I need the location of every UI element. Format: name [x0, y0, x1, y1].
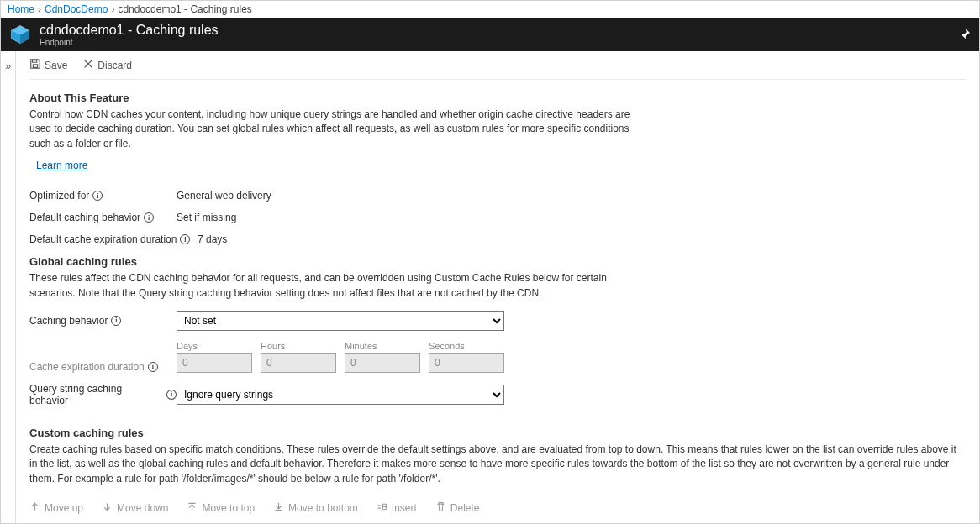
info-icon[interactable]: i — [144, 212, 154, 223]
delete-button[interactable]: Delete — [435, 501, 480, 515]
info-icon[interactable]: i — [92, 191, 103, 201]
custom-rules-description: Create caching rules based on specific m… — [29, 443, 966, 486]
discard-button[interactable]: Discard — [82, 58, 132, 72]
default-behavior-label: Default caching behaviori — [29, 212, 177, 223]
toolbar: Save Discard — [29, 51, 966, 80]
global-rules-description: These rules affect the CDN caching behav… — [29, 271, 635, 301]
save-icon — [29, 58, 41, 72]
default-expiry-value: 7 days — [198, 233, 227, 245]
query-caching-label: Query string caching behaviori — [29, 383, 177, 406]
page-subtitle: Endpoint — [40, 38, 219, 47]
minutes-label: Minutes — [345, 341, 420, 351]
days-label: Days — [177, 341, 252, 351]
move-to-top-button[interactable]: Move to top — [187, 501, 255, 515]
info-icon[interactable]: i — [166, 390, 177, 400]
about-heading: About This Feature — [29, 92, 966, 104]
arrow-down-icon — [102, 501, 113, 515]
save-label: Save — [45, 60, 67, 71]
chevron-right-icon: › — [111, 3, 114, 15]
rules-action-bar: Move up Move down Move to top Move to bo… — [29, 493, 966, 523]
info-icon[interactable]: i — [180, 234, 190, 244]
seconds-input — [429, 353, 504, 373]
breadcrumb-current: cdndocdemo1 - Caching rules — [118, 3, 251, 15]
expand-sidebar-button[interactable]: » — [1, 51, 16, 523]
info-icon[interactable]: i — [111, 316, 121, 326]
save-button[interactable]: Save — [29, 58, 67, 72]
breadcrumb-home[interactable]: Home — [8, 3, 34, 15]
about-description: Control how CDN caches your content, inc… — [29, 107, 635, 151]
insert-icon — [377, 501, 387, 515]
cache-expiry-label: Cache expiration durationi — [29, 361, 177, 373]
move-down-button[interactable]: Move down — [102, 501, 168, 515]
custom-rules-heading: Custom caching rules — [29, 427, 966, 439]
seconds-label: Seconds — [429, 341, 504, 351]
move-to-bottom-button[interactable]: Move to bottom — [273, 501, 358, 515]
page-title: cdndocdemo1 - Caching rules — [40, 23, 219, 38]
page-header: cdndocdemo1 - Caching rules Endpoint — [1, 18, 979, 51]
hours-label: Hours — [261, 341, 336, 351]
days-input — [177, 353, 252, 373]
discard-label: Discard — [97, 60, 132, 71]
caching-behavior-select[interactable]: Not set — [177, 311, 504, 331]
breadcrumb: Home › CdnDocDemo › cdndocdemo1 - Cachin… — [1, 1, 979, 18]
optimized-for-value: General web delivery — [177, 190, 271, 202]
hours-input — [261, 353, 336, 373]
chevron-right-icon: › — [38, 3, 41, 15]
default-behavior-value: Set if missing — [177, 212, 236, 223]
breadcrumb-cdndocdemo[interactable]: CdnDocDemo — [45, 3, 108, 15]
default-expiry-label: Default cache expiration durationi — [29, 233, 198, 245]
arrow-up-icon — [29, 501, 40, 515]
discard-icon — [82, 58, 94, 72]
delete-icon — [435, 501, 446, 515]
caching-behavior-label: Caching behaviori — [29, 315, 177, 327]
minutes-input — [345, 353, 420, 373]
insert-button[interactable]: Insert — [377, 501, 417, 515]
learn-more-link[interactable]: Learn more — [36, 160, 87, 171]
optimized-for-label: Optimized fori — [29, 190, 177, 202]
query-caching-select[interactable]: Ignore query strings — [177, 385, 504, 405]
info-icon[interactable]: i — [148, 362, 158, 372]
endpoint-icon — [9, 24, 31, 45]
pin-icon[interactable] — [959, 28, 971, 42]
global-rules-heading: Global caching rules — [29, 255, 966, 268]
move-up-button[interactable]: Move up — [29, 501, 83, 515]
arrow-top-icon — [187, 501, 198, 515]
arrow-bottom-icon — [273, 501, 284, 515]
